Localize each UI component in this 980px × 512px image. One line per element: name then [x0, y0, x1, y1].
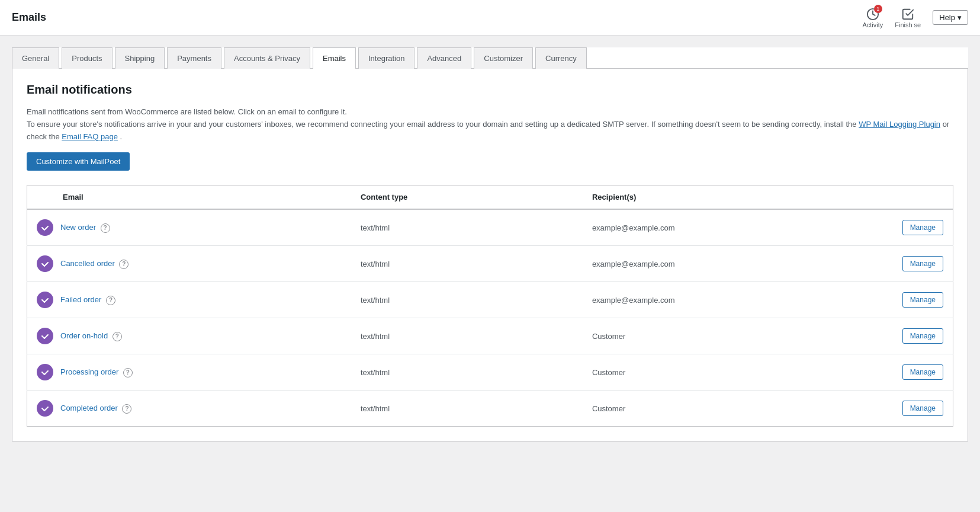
action-cell-new-order: Manage: [842, 209, 953, 246]
table-row: Failed order ? text/html example@example…: [27, 282, 953, 318]
tab-currency[interactable]: Currency: [535, 47, 587, 69]
recipient-cell-order-on-hold: Customer: [583, 318, 842, 354]
enabled-icon-failed-order: [37, 292, 53, 308]
col-header-email: Email: [27, 185, 351, 210]
activity-button[interactable]: 1 Activity: [862, 7, 883, 28]
activity-icon: 1: [866, 7, 880, 21]
finish-button[interactable]: Finish se: [895, 7, 921, 28]
tabs-wrap: General Products Shipping Payments Accou…: [12, 47, 968, 69]
help-tooltip-failed-order[interactable]: ?: [106, 296, 115, 305]
action-cell-order-on-hold: Manage: [842, 318, 953, 354]
enabled-icon-cancelled-order: [37, 255, 53, 272]
wp-mail-logging-link[interactable]: WP Mail Logging Plugin: [859, 120, 940, 129]
tab-payments[interactable]: Payments: [167, 47, 221, 69]
manage-button-order-on-hold[interactable]: Manage: [902, 328, 943, 344]
email-notifications-title: Email notifications: [27, 83, 953, 97]
email-name-cell-new-order: New order ?: [27, 209, 351, 246]
recipient-cell-completed-order: Customer: [583, 391, 842, 427]
table-row: Completed order ? text/html Customer Man…: [27, 391, 953, 427]
enabled-icon-order-on-hold: [37, 328, 53, 344]
content-type-cell-completed-order: text/html: [351, 391, 583, 427]
email-panel: Email notifications Email notifications …: [12, 69, 968, 441]
col-header-content: Content type: [351, 185, 583, 210]
table-row: Cancelled order ? text/html example@exam…: [27, 246, 953, 282]
customize-mailpoet-button[interactable]: Customize with MailPoet: [27, 152, 130, 171]
tab-accounts-privacy[interactable]: Accounts & Privacy: [224, 47, 310, 69]
help-tooltip-processing-order[interactable]: ?: [123, 368, 133, 377]
tabs-list: General Products Shipping Payments Accou…: [12, 47, 968, 68]
col-header-action: [842, 185, 953, 210]
action-cell-processing-order: Manage: [842, 354, 953, 391]
content-type-cell-cancelled-order: text/html: [351, 246, 583, 282]
email-name-link-new-order[interactable]: New order: [60, 223, 96, 232]
tab-products[interactable]: Products: [62, 47, 112, 69]
enabled-icon-processing-order: [37, 364, 53, 380]
table-row: Order on-hold ? text/html Customer Manag…: [27, 318, 953, 354]
email-name-cell-failed-order: Failed order ?: [27, 282, 351, 318]
manage-button-cancelled-order[interactable]: Manage: [902, 256, 943, 271]
activity-badge: 1: [874, 5, 882, 13]
email-name-cell-processing-order: Processing order ?: [27, 354, 351, 391]
manage-button-new-order[interactable]: Manage: [902, 220, 943, 235]
col-header-recipient: Recipient(s): [583, 185, 842, 210]
top-bar: Emails 1 Activity Finish se Help: [0, 0, 980, 36]
manage-button-completed-order[interactable]: Manage: [902, 401, 943, 416]
help-dropdown-arrow: ▾: [957, 13, 962, 22]
email-name-link-failed-order[interactable]: Failed order: [60, 295, 101, 304]
help-tooltip-cancelled-order[interactable]: ?: [119, 260, 128, 269]
email-description: Email notifications sent from WooCommerc…: [27, 106, 953, 143]
tab-general[interactable]: General: [12, 47, 59, 69]
email-faq-link[interactable]: Email FAQ page: [62, 132, 118, 141]
tab-integration[interactable]: Integration: [358, 47, 415, 69]
desc-line2: To ensure your store's notifications arr…: [27, 120, 857, 129]
action-cell-cancelled-order: Manage: [842, 246, 953, 282]
manage-button-failed-order[interactable]: Manage: [902, 292, 943, 308]
desc-line1: Email notifications sent from WooCommerc…: [27, 107, 347, 116]
table-row: Processing order ? text/html Customer Ma…: [27, 354, 953, 391]
email-name-link-order-on-hold[interactable]: Order on-hold: [60, 331, 108, 340]
recipient-cell-new-order: example@example.com: [583, 209, 842, 246]
help-tooltip-order-on-hold[interactable]: ?: [113, 332, 122, 341]
recipient-cell-failed-order: example@example.com: [583, 282, 842, 318]
email-name-cell-completed-order: Completed order ?: [27, 391, 351, 427]
enabled-icon-completed-order: [37, 400, 53, 417]
content-type-cell-failed-order: text/html: [351, 282, 583, 318]
email-name-cell-cancelled-order: Cancelled order ?: [27, 246, 351, 282]
help-tooltip-completed-order[interactable]: ?: [122, 404, 131, 414]
main-content: General Products Shipping Payments Accou…: [0, 36, 980, 453]
email-name-link-processing-order[interactable]: Processing order: [60, 367, 118, 376]
finish-icon: [901, 7, 915, 21]
help-tooltip-new-order[interactable]: ?: [101, 223, 110, 233]
tab-customizer[interactable]: Customizer: [474, 47, 533, 69]
action-cell-failed-order: Manage: [842, 282, 953, 318]
desc-end: .: [120, 132, 123, 141]
content-type-cell-new-order: text/html: [351, 209, 583, 246]
help-button[interactable]: Help ▾: [933, 10, 968, 25]
manage-button-processing-order[interactable]: Manage: [902, 364, 943, 380]
recipient-cell-cancelled-order: example@example.com: [583, 246, 842, 282]
page-title-topbar: Emails: [12, 11, 46, 24]
top-bar-right: 1 Activity Finish se Help ▾: [862, 7, 968, 28]
tab-emails[interactable]: Emails: [313, 47, 356, 69]
tab-advanced[interactable]: Advanced: [417, 47, 471, 69]
email-name-link-completed-order[interactable]: Completed order: [60, 404, 118, 412]
action-cell-completed-order: Manage: [842, 391, 953, 427]
content-type-cell-order-on-hold: text/html: [351, 318, 583, 354]
help-label: Help: [939, 13, 955, 22]
email-table: Email Content type Recipient(s) New o: [27, 185, 953, 427]
recipient-cell-processing-order: Customer: [583, 354, 842, 391]
enabled-icon-new-order: [37, 219, 53, 236]
email-name-cell-order-on-hold: Order on-hold ?: [27, 318, 351, 354]
activity-label: Activity: [862, 21, 883, 28]
table-row: New order ? text/html example@example.co…: [27, 209, 953, 246]
email-name-link-cancelled-order[interactable]: Cancelled order: [60, 259, 115, 268]
finish-label: Finish se: [895, 21, 921, 28]
tab-shipping[interactable]: Shipping: [115, 47, 165, 69]
content-type-cell-processing-order: text/html: [351, 354, 583, 391]
